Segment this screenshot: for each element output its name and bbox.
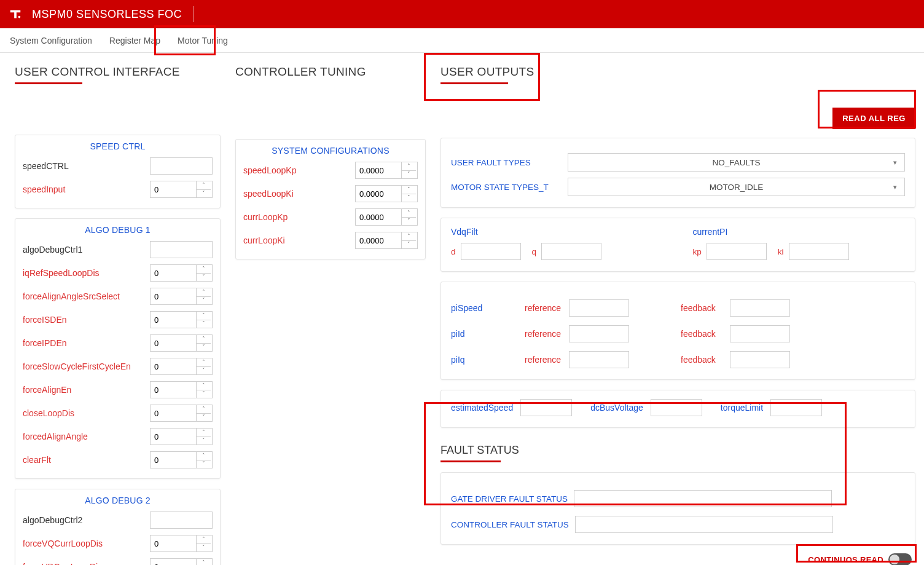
pi-ref-label: reference [525,355,569,365]
app-title: MSPM0 SENSORLESS FOC [32,8,182,21]
chevron-up-icon[interactable]: ˄ [197,265,211,274]
value-stepper[interactable]: ˄˅ [150,311,213,328]
stepper-input[interactable] [151,288,196,304]
value-stepper[interactable]: ˄˅ [150,405,213,422]
algo1-card: ALGO DEBUG 1 algoDebugCtrl1 iqRefSpeedLo… [15,218,221,479]
pi-ref-input[interactable] [569,325,629,342]
chevron-up-icon[interactable]: ˄ [197,335,211,344]
chevron-down-icon[interactable]: ˅ [197,367,211,375]
stepper-input[interactable] [151,335,196,351]
stepper-input[interactable] [151,405,196,421]
chevron-down-icon[interactable]: ˅ [197,274,211,282]
chevron-up-icon[interactable]: ˄ [197,358,211,367]
speedinput-stepper[interactable]: ˄˅ [150,181,213,198]
chevron-down-icon[interactable]: ˅ [197,544,211,552]
cpi-kp-label: kp [693,247,702,256]
vdq-cpi-card: VdqFilt d q currentPI kp ki [440,218,915,272]
chevron-up-icon[interactable]: ˄ [197,429,211,437]
vdq-q-label: q [532,247,537,256]
stepper-input[interactable] [151,312,196,328]
algo2-ctrl-input[interactable] [150,512,213,529]
stepper-input[interactable] [356,186,401,202]
speedctrl-input[interactable] [150,157,213,175]
chevron-up-icon[interactable]: ˄ [197,405,211,414]
chevron-down-icon[interactable]: ˅ [402,171,416,179]
chevron-up-icon[interactable]: ˄ [197,535,211,544]
stepper-input[interactable] [151,429,196,444]
chevron-up-icon[interactable]: ˄ [402,209,416,218]
value-stepper[interactable]: ˄˅ [150,334,213,352]
motor-state-select[interactable]: MOTOR_IDLE [568,178,905,196]
chevron-down-icon[interactable]: ˅ [197,437,211,445]
vdq-q-input[interactable] [541,243,601,260]
svg-point-0 [18,16,21,18]
pi-fb-label: feedback [681,355,730,365]
value-stepper[interactable]: ˄˅ [355,232,418,249]
chevron-up-icon[interactable]: ˄ [197,559,211,565]
chevron-down-icon[interactable]: ˅ [197,344,211,352]
highlight-motor-tuning [154,25,216,55]
stepper-input[interactable] [151,358,196,374]
chevron-down-icon[interactable]: ˅ [197,190,211,198]
tab-register-map[interactable]: Register Map [109,36,160,45]
stepper-input[interactable] [151,559,196,565]
pi-fb-input[interactable] [730,325,790,342]
user-fault-types-select[interactable]: NO_FAULTS [568,153,905,172]
tab-system-config[interactable]: System Configuration [10,36,92,45]
value-stepper[interactable]: ˄˅ [355,162,418,179]
value-stepper[interactable]: ˄˅ [150,358,213,375]
chevron-down-icon[interactable]: ˅ [197,414,211,422]
vdq-title: VdqFilt [451,227,664,237]
vdq-d-input[interactable] [461,243,521,260]
chevron-up-icon[interactable]: ˄ [197,382,211,390]
stepper-input[interactable] [356,232,401,248]
cpi-ki-input[interactable] [789,243,849,260]
value-stepper[interactable]: ˄˅ [150,288,213,305]
chevron-up-icon[interactable]: ˄ [197,181,211,190]
speedinput-value[interactable] [151,181,196,197]
tab-row: System Configuration Register Map Motor … [0,28,924,53]
highlight-continuous-read [796,544,917,563]
chevron-down-icon[interactable]: ˅ [197,390,211,398]
pi-ref-label: reference [525,303,569,313]
chevron-up-icon[interactable]: ˄ [402,186,416,194]
chevron-up-icon[interactable]: ˄ [402,162,416,171]
chevron-up-icon[interactable]: ˄ [197,452,211,460]
value-stepper[interactable]: ˄˅ [355,185,418,202]
algo1-ctrl-input[interactable] [150,241,213,258]
cpi-kp-input[interactable] [707,243,767,260]
value-stepper[interactable]: ˄˅ [355,208,418,226]
stepper-input[interactable] [151,535,196,551]
algo2-ctrl-label: algoDebugCtrl2 [23,515,82,525]
chevron-up-icon[interactable]: ˄ [197,288,211,297]
chevron-up-icon[interactable]: ˄ [197,312,211,320]
cpi-ki-label: ki [778,247,784,256]
value-stepper[interactable]: ˄˅ [150,428,213,445]
pi-fb-input[interactable] [730,299,790,317]
chevron-down-icon[interactable]: ˅ [402,218,416,226]
chevron-down-icon[interactable]: ˅ [197,297,211,305]
value-stepper[interactable]: ˄˅ [150,558,213,565]
pi-name: piIq [451,355,525,365]
value-stepper[interactable]: ˄˅ [150,264,213,282]
stepper-input[interactable] [151,452,196,468]
pi-fb-input[interactable] [730,351,790,368]
value-stepper[interactable]: ˄˅ [150,381,213,398]
pi-ref-input[interactable] [569,299,629,317]
stepper-input[interactable] [356,162,401,178]
divider [193,6,194,22]
chevron-down-icon[interactable]: ˅ [197,320,211,328]
value-stepper[interactable]: ˄˅ [150,535,213,552]
param-label: forcedAlignAngle [23,432,88,441]
pi-ref-input[interactable] [569,351,629,368]
controller-fault-input[interactable] [575,516,833,533]
chevron-down-icon[interactable]: ˅ [402,241,416,249]
chevron-down-icon[interactable]: ˅ [402,194,416,202]
stepper-input[interactable] [151,265,196,281]
chevron-up-icon[interactable]: ˄ [402,232,416,241]
stepper-input[interactable] [356,209,401,225]
value-stepper[interactable]: ˄˅ [150,451,213,468]
stepper-input[interactable] [151,382,196,398]
speedctrl-label: speedCTRL [23,161,69,171]
chevron-down-icon[interactable]: ˅ [197,460,211,468]
